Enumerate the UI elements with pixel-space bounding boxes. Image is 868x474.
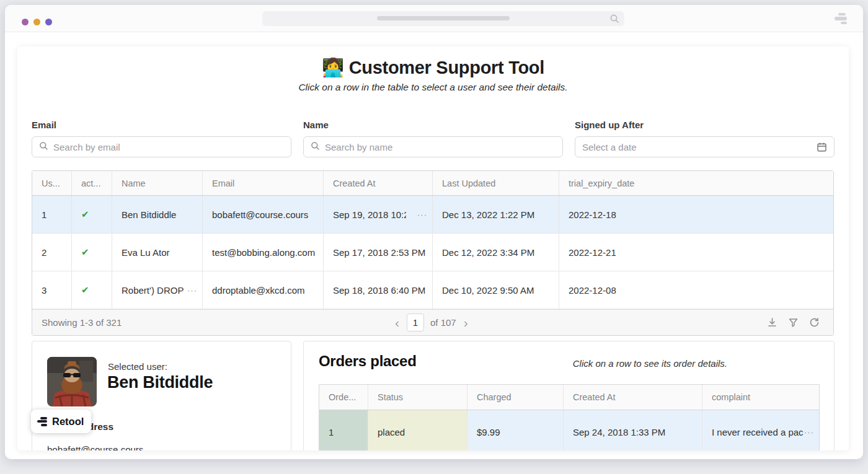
date-picker-input[interactable] (582, 142, 812, 152)
cell-overflow-icon[interactable]: ··· (417, 210, 427, 219)
cell-name-text: Robert') DROP (122, 285, 184, 296)
app-header: 👩‍💻 Customer Support Tool Click on a row… (17, 46, 849, 93)
retool-badge[interactable]: Retool (31, 410, 91, 433)
search-icon (39, 141, 48, 153)
signed-up-after-label: Signed up After (575, 120, 835, 130)
cell-created-at-text: Sep 19, 2018 10:26 (333, 209, 406, 220)
selected-user-card: Selected user: Ben Bitdiddle Email Addre… (32, 341, 291, 450)
cell-user-id: 3 (32, 271, 72, 309)
users-table: Us... act... Name Email Created At Last … (32, 170, 834, 336)
date-picker-box[interactable] (575, 136, 835, 157)
col-name[interactable]: Name (112, 171, 203, 195)
page-title: 👩‍💻 Customer Support Tool (17, 57, 849, 78)
email-address-value: bobafett@course.cours (47, 444, 143, 450)
orders-table-header: Orde... Status Charged Created At compla… (319, 385, 819, 410)
col-trial-expiry-date[interactable]: trial_expiry_date (559, 171, 833, 195)
cell-name: Robert') DROP ··· (112, 271, 203, 309)
menu-bar-3 (841, 22, 847, 24)
checkmark-icon: ✔ (72, 196, 112, 233)
address-search-icon[interactable] (609, 14, 619, 26)
cell-order-charged: $9.99 (467, 410, 564, 450)
orders-table: Orde... Status Charged Created At compla… (319, 384, 820, 450)
cell-user-id: 2 (32, 234, 72, 271)
title-emoji-icon: 👩‍💻 (322, 58, 344, 77)
cell-user-id: 1 (32, 196, 72, 233)
col-active[interactable]: act... (72, 171, 112, 195)
filter-icon[interactable] (788, 317, 799, 330)
cell-created-at: Sep 17, 2018 2:53 PM (324, 234, 433, 271)
col-charged[interactable]: Charged (467, 385, 564, 410)
menu-bar-2 (835, 17, 847, 20)
cell-trial-expiry: 2022-12-08 (559, 271, 833, 309)
table-row[interactable]: 1 placed $9.99 Sep 24, 2018 1:33 PM I ne… (319, 410, 819, 450)
cell-overflow-icon[interactable]: ··· (804, 428, 814, 437)
cell-last-updated: Dec 13, 2022 1:22 PM (433, 196, 559, 233)
window-dot-1[interactable] (22, 19, 29, 25)
col-user-id[interactable]: Us... (32, 171, 72, 195)
selected-user-label: Selected user: (108, 361, 167, 372)
refresh-icon[interactable] (809, 317, 820, 330)
col-order-created-at[interactable]: Created At (564, 385, 702, 410)
name-search-input[interactable] (325, 142, 556, 152)
name-search-box[interactable] (303, 136, 563, 157)
col-last-updated[interactable]: Last Updated (433, 171, 559, 195)
col-created-at[interactable]: Created At (324, 171, 433, 195)
cell-order-status: placed (368, 410, 467, 450)
table-row[interactable]: 2 ✔ Eva Lu Ator test@bobbing.along.com S… (32, 234, 833, 271)
browser-menu-icon[interactable] (833, 13, 849, 24)
orders-card: Orders placed Click on a row to see its … (303, 341, 835, 450)
signed-up-after-filter: Signed up After (575, 120, 835, 157)
page-number-input[interactable] (407, 314, 424, 331)
retool-logo-icon (37, 417, 48, 426)
checkmark-icon: ✔ (72, 234, 112, 271)
email-search-box[interactable] (32, 136, 291, 157)
app-canvas: 👩‍💻 Customer Support Tool Click on a row… (17, 46, 849, 450)
retool-badge-label: Retool (52, 416, 84, 428)
users-table-header: Us... act... Name Email Created At Last … (32, 171, 833, 196)
next-page-icon[interactable]: › (463, 316, 469, 329)
address-bar[interactable] (262, 11, 624, 26)
pagination-controls: ‹ of 107 › (394, 310, 469, 335)
prev-page-icon[interactable]: ‹ (394, 316, 401, 329)
cell-created-at: Sep 19, 2018 10:26 ··· (324, 196, 433, 233)
cell-complaint-text: I never received a pac (712, 427, 804, 437)
name-filter-label: Name (303, 120, 563, 130)
cell-last-updated: Dec 10, 2022 9:50 AM (433, 271, 559, 309)
table-row[interactable]: 3 ✔ Robert') DROP ··· ddroptable@xkcd.co… (32, 271, 833, 309)
cell-trial-expiry: 2022-12-18 (559, 196, 833, 233)
window-dot-2[interactable] (33, 19, 40, 25)
col-status[interactable]: Status (368, 385, 467, 410)
window-controls (22, 19, 52, 25)
menu-bar-1 (838, 13, 846, 15)
search-icon (311, 141, 320, 153)
checkmark-icon: ✔ (72, 271, 112, 309)
orders-note: Click on a row to see its order details. (573, 358, 727, 369)
cell-order-complaint: I never received a pac ··· (702, 410, 819, 450)
user-avatar (47, 357, 97, 406)
cell-created-at: Sep 18, 2018 6:40 PM (324, 271, 433, 309)
browser-window: 👩‍💻 Customer Support Tool Click on a row… (5, 5, 863, 459)
calendar-icon[interactable] (817, 142, 827, 152)
download-icon[interactable] (767, 317, 777, 330)
col-complaint[interactable]: complaint (702, 385, 819, 410)
email-search-input[interactable] (53, 142, 284, 152)
table-actions (767, 317, 820, 330)
cell-email: test@bobbing.along.com (203, 234, 324, 271)
cell-name: Eva Lu Ator (112, 234, 203, 271)
cell-email: bobafett@course.cours (203, 196, 324, 233)
name-filter: Name (303, 120, 563, 157)
address-redacted-text (377, 16, 510, 20)
cell-overflow-icon[interactable]: ··· (187, 286, 197, 295)
cell-trial-expiry: 2022-12-21 (559, 234, 833, 271)
window-dot-3[interactable] (45, 19, 52, 25)
col-email[interactable]: Email (203, 171, 324, 195)
cell-order-id: 1 (319, 410, 368, 450)
selected-user-name: Ben Bitdiddle (107, 373, 213, 392)
table-row[interactable]: 1 ✔ Ben Bitdiddle bobafett@course.cours … (32, 196, 833, 234)
page-subtitle: Click on a row in the table to select a … (17, 82, 849, 93)
users-table-footer: Showing 1-3 of 321 ‹ of 107 › (32, 309, 833, 335)
email-filter: Email (32, 120, 291, 157)
col-order-id[interactable]: Orde... (319, 385, 368, 410)
pagination-summary: Showing 1-3 of 321 (42, 317, 122, 328)
cell-order-created-at: Sep 24, 2018 1:33 PM (564, 410, 702, 450)
